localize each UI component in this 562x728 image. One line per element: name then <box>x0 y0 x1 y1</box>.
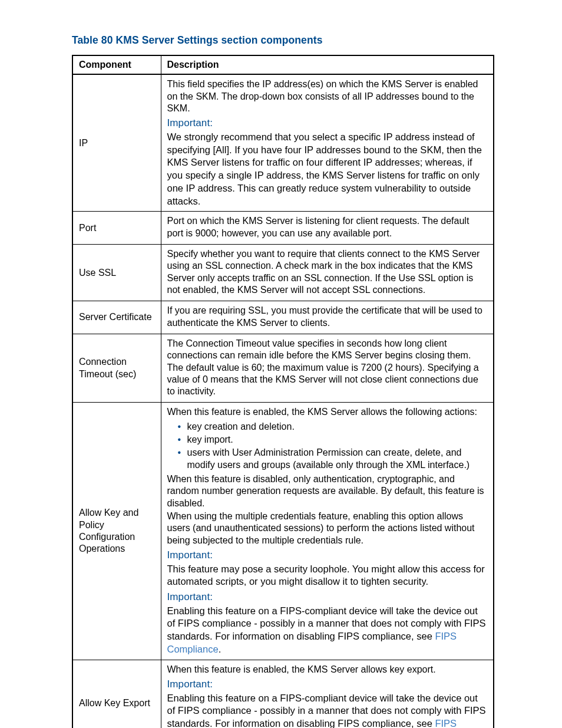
text: Specify whether you want to require that… <box>167 248 488 296</box>
cell-description: When this feature is enabled, the KMS Se… <box>161 660 494 728</box>
table-row: Connection Timeout (sec) The Connection … <box>72 334 494 403</box>
cell-component: Port <box>72 212 161 245</box>
cell-component: Allow Key and Policy Configuration Opera… <box>72 403 161 660</box>
text: When this feature is enabled, the KMS Se… <box>167 664 488 676</box>
settings-table: Component Description IP This field spec… <box>72 55 494 728</box>
table-header-row: Component Description <box>72 55 494 74</box>
text: Enabling this feature on a FIPS-complian… <box>167 605 488 656</box>
table-row: Server Certificate If you are requiring … <box>72 301 494 334</box>
cell-description: If you are requiring SSL, you must provi… <box>161 301 494 334</box>
bullet-list: key creation and deletion. key import. u… <box>167 421 488 471</box>
text: Port on which the KMS Server is listenin… <box>167 215 488 239</box>
list-item: key import. <box>178 434 488 446</box>
table-row: Port Port on which the KMS Server is lis… <box>72 212 494 245</box>
cell-component: Connection Timeout (sec) <box>72 334 161 403</box>
table-row: Allow Key Export When this feature is en… <box>72 660 494 728</box>
document-page: Table 80 KMS Server Settings section com… <box>0 0 562 728</box>
header-component: Component <box>72 55 161 74</box>
cell-description: This field specifies the IP address(es) … <box>161 74 494 212</box>
list-item: users with User Administration Permissio… <box>178 447 488 471</box>
text: When this feature is enabled, the KMS Se… <box>167 406 488 418</box>
text: If you are requiring SSL, you must provi… <box>167 305 488 329</box>
text: When this feature is disabled, only auth… <box>167 473 488 509</box>
header-description: Description <box>161 55 494 74</box>
table-row: Use SSL Specify whether you want to requ… <box>72 245 494 301</box>
text: We strongly recommend that you select a … <box>167 131 488 208</box>
cell-description: The Connection Timeout value specifies i… <box>161 334 494 403</box>
cell-component: Allow Key Export <box>72 660 161 728</box>
cell-component: Server Certificate <box>72 301 161 334</box>
important-label: Important: <box>167 591 488 604</box>
cell-component: Use SSL <box>72 245 161 301</box>
important-label: Important: <box>167 117 488 130</box>
important-label: Important: <box>167 549 488 562</box>
text: The Connection Timeout value specifies i… <box>167 338 488 398</box>
text: This feature may pose a security loophol… <box>167 563 488 589</box>
table-row: Allow Key and Policy Configuration Opera… <box>72 403 494 660</box>
important-label: Important: <box>167 678 488 691</box>
table-caption: Table 80 KMS Server Settings section com… <box>72 34 494 47</box>
text: Enabling this feature on a FIPS-complian… <box>167 692 488 728</box>
cell-description: When this feature is enabled, the KMS Se… <box>161 403 494 660</box>
cell-component: IP <box>72 74 161 212</box>
list-item: key creation and deletion. <box>178 421 488 433</box>
text: When using the multiple credentials feat… <box>167 510 488 546</box>
cell-description: Port on which the KMS Server is listenin… <box>161 212 494 245</box>
cell-description: Specify whether you want to require that… <box>161 245 494 301</box>
table-row: IP This field specifies the IP address(e… <box>72 74 494 212</box>
text: This field specifies the IP address(es) … <box>167 78 488 114</box>
